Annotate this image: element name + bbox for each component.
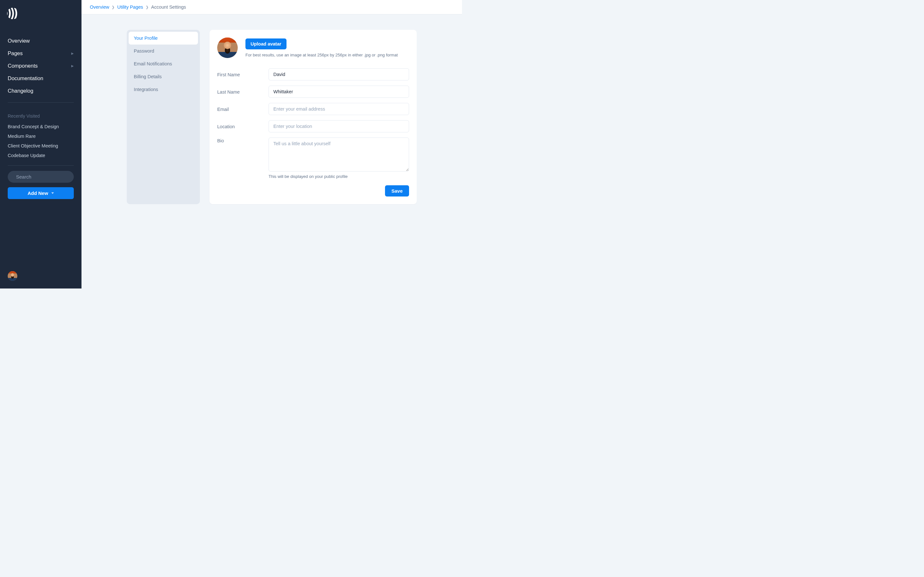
avatar-image	[217, 37, 238, 58]
breadcrumb-link[interactable]: Overview	[90, 5, 109, 10]
avatar	[217, 37, 238, 58]
divider	[8, 165, 74, 166]
settings-nav: Your Profile Password Email Notification…	[127, 30, 200, 204]
form-row-last-name: Last Name	[217, 85, 409, 98]
chevron-right-icon: ▶	[71, 52, 74, 55]
form-row-location: Location	[217, 120, 409, 132]
bio-hint: This will be displayed on your public pr…	[268, 174, 409, 179]
form-row-bio: Bio	[217, 137, 409, 171]
card-actions: Save	[217, 185, 409, 197]
bio-label: Bio	[217, 137, 268, 143]
sidebar: Overview Pages ▶ Components ▶ Documentat…	[0, 0, 81, 288]
avatar-section: Upload avatar For best results, use an i…	[217, 37, 409, 58]
email-input[interactable]	[268, 103, 409, 115]
first-name-label: First Name	[217, 71, 268, 77]
nav-label: Changelog	[8, 88, 33, 94]
breadcrumb-link[interactable]: Utility Pages	[117, 5, 143, 10]
settings-tab-integrations[interactable]: Integrations	[129, 83, 198, 96]
divider	[8, 102, 74, 103]
nav-documentation[interactable]: Documentation	[0, 72, 81, 85]
save-button[interactable]: Save	[385, 185, 409, 197]
breadcrumb: Overview ❯ Utility Pages ❯ Account Setti…	[81, 0, 462, 15]
content: Your Profile Password Email Notification…	[107, 15, 436, 219]
search-input[interactable]	[16, 174, 77, 179]
chevron-right-icon: ❯	[145, 5, 149, 9]
nav-changelog[interactable]: Changelog	[0, 85, 81, 97]
add-new-label: Add New	[27, 190, 48, 196]
recent-item[interactable]: Brand Concept & Design	[0, 122, 81, 131]
search-container[interactable]	[8, 171, 74, 183]
upload-avatar-button[interactable]: Upload avatar	[246, 39, 286, 49]
first-name-input[interactable]	[268, 68, 409, 81]
chevron-right-icon: ❯	[111, 5, 115, 9]
upload-hint: For best results, use an image at least …	[246, 53, 398, 57]
bio-textarea[interactable]	[268, 137, 409, 171]
settings-tab-password[interactable]: Password	[129, 45, 198, 57]
add-new-button[interactable]: Add New	[8, 187, 74, 199]
recent-item[interactable]: Codebase Update	[0, 151, 81, 160]
settings-tab-billing[interactable]: Billing Details	[129, 70, 198, 83]
chevron-right-icon: ▶	[71, 64, 74, 68]
last-name-input[interactable]	[268, 85, 409, 98]
recent-item[interactable]: Medium Rare	[0, 131, 81, 141]
settings-tab-profile[interactable]: Your Profile	[129, 32, 198, 45]
app-logo-icon	[7, 8, 19, 19]
recent-item[interactable]: Client Objective Meeting	[0, 141, 81, 151]
avatar-image	[8, 271, 17, 281]
profile-card: Upload avatar For best results, use an i…	[210, 30, 417, 204]
last-name-label: Last Name	[217, 89, 268, 95]
location-label: Location	[217, 123, 268, 129]
form-row-first-name: First Name	[217, 68, 409, 81]
nav-label: Pages	[8, 50, 23, 56]
form-row-email: Email	[217, 103, 409, 115]
nav-components[interactable]: Components ▶	[0, 60, 81, 72]
settings-tab-email[interactable]: Email Notifications	[129, 57, 198, 70]
breadcrumb-current: Account Settings	[151, 5, 186, 10]
caret-down-icon	[51, 192, 54, 194]
nav-label: Documentation	[8, 75, 43, 81]
main: Overview ❯ Utility Pages ❯ Account Setti…	[81, 0, 462, 288]
nav-label: Components	[8, 63, 38, 69]
nav-overview[interactable]: Overview	[0, 35, 81, 47]
recent-heading: Recently Visited	[0, 113, 81, 122]
nav-pages[interactable]: Pages ▶	[0, 47, 81, 60]
location-input[interactable]	[268, 120, 409, 132]
current-user-avatar[interactable]	[8, 271, 17, 281]
email-label: Email	[217, 106, 268, 112]
nav-label: Overview	[8, 38, 30, 44]
